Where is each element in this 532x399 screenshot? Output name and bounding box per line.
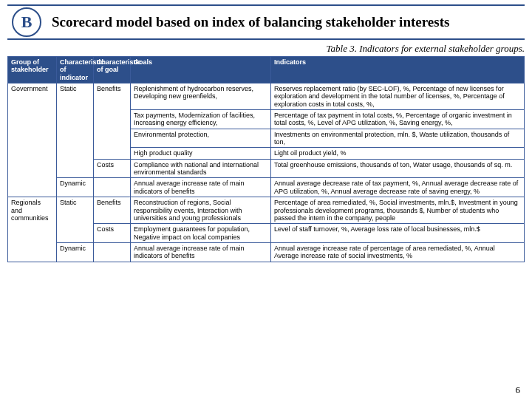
col-indicators: Indicators [271,57,525,83]
table-row: Government Static Benefits Replenishment… [8,83,525,110]
table-row: Dynamic Annual average increase rate of … [8,178,525,197]
scorecard-table: Group of stakeholder Characteristic of i… [7,56,525,262]
cell-goals: Employment guarantees for population, Ne… [131,224,271,243]
cell-char-ind: Dynamic [57,178,94,197]
cell-char-goal: Benefits [94,83,131,160]
col-group: Group of stakeholder [8,57,57,83]
cell-indicators: Light oil product yield, % [271,148,525,159]
cell-indicators: Annual average decrease rate of tax paym… [271,178,525,197]
cell-indicators: Investments on environmental protection,… [271,129,525,148]
cell-group: Government [8,83,57,197]
table-caption: Table 3. Indicators for external stakeho… [0,43,525,55]
cell-char-goal: Costs [94,159,131,178]
cell-char-ind: Static [57,83,94,178]
cell-goals: Tax payments, Modernization of facilitie… [131,110,271,129]
table-row: Regionals and communities Static Benefit… [8,197,525,224]
col-goals: Goals [131,57,271,83]
cell-goals: Annual average increase rate of main ind… [131,242,271,262]
hse-logo: В [12,7,41,37]
cell-char-goal: Costs [94,224,131,243]
cell-goals: Replenishment of hydrocarbon reserves, D… [131,83,271,110]
cell-goals: Annual average increase rate of main ind… [131,178,271,197]
cell-char-goal [94,178,131,197]
cell-char-ind: Static [57,197,94,243]
hse-logo-letter: В [21,14,33,30]
cell-char-ind: Dynamic [57,242,94,262]
table-row: Dynamic Annual average increase rate of … [8,242,525,262]
table-header-row: Group of stakeholder Characteristic of i… [8,57,525,83]
cell-indicators: Percentage of tax payment in total costs… [271,110,525,129]
cell-indicators: Percentage of area remediated, %, Social… [271,197,525,224]
col-char-ind: Characteristic of indicator [57,57,94,83]
cell-group: Regionals and communities [8,197,57,262]
page-number: 6 [516,384,521,396]
slide-title: Scorecard model based on index of balanc… [52,14,525,30]
col-char-goal: Characteristic of goal [94,57,131,83]
cell-goals: Compliance with national and internation… [131,159,271,178]
cell-char-goal [94,242,131,262]
cell-indicators: Level of staff turnover, %, Average loss… [271,224,525,243]
cell-char-goal: Benefits [94,197,131,224]
cell-goals: Reconstruction of regions, Social respon… [131,197,271,224]
cell-goals: Environmental protection, [131,129,271,148]
header-bar: В Scorecard model based on index of bala… [7,4,525,40]
cell-goals: High product quality [131,148,271,159]
cell-indicators: Reserves replacement ratio (by SEC-LOF),… [271,83,525,110]
cell-indicators: Annual average increase rate of percenta… [271,242,525,262]
cell-indicators: Total greenhouse emissions, thousands of… [271,159,525,178]
